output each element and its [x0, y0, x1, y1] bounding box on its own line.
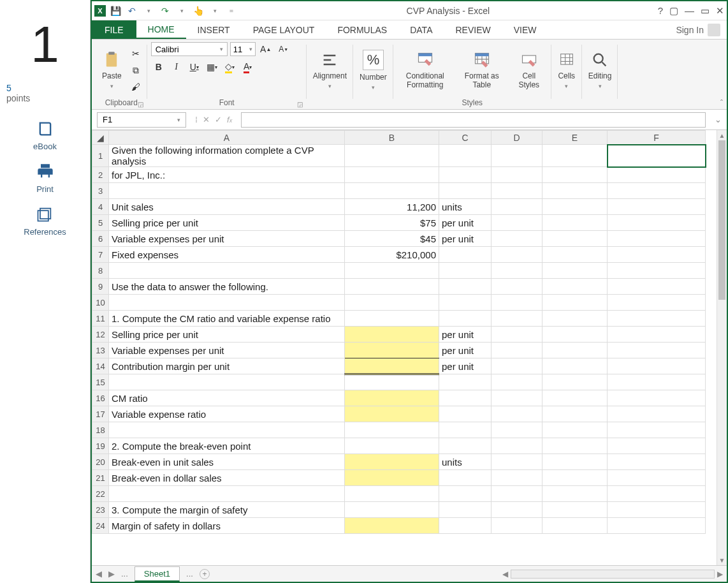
cell[interactable]: [491, 406, 542, 422]
cell[interactable]: [491, 422, 542, 438]
row-header[interactable]: 2: [92, 167, 109, 183]
row-header[interactable]: 5: [92, 215, 109, 231]
cell[interactable]: Contribution margin per unit: [109, 358, 345, 374]
tab-view[interactable]: VIEW: [502, 20, 548, 39]
cell[interactable]: [542, 295, 608, 311]
cells-button[interactable]: Cells ▾: [555, 51, 578, 89]
vertical-scrollbar[interactable]: ▲ ▼: [717, 130, 727, 565]
cell[interactable]: [542, 263, 608, 279]
touch-mode-icon[interactable]: 👆: [191, 4, 205, 18]
cell[interactable]: [491, 145, 542, 167]
scroll-left-icon[interactable]: ◀: [502, 570, 508, 579]
cell[interactable]: [439, 390, 491, 406]
cell[interactable]: [491, 247, 542, 263]
col-header-C[interactable]: C: [439, 131, 491, 145]
cell[interactable]: [345, 406, 439, 422]
undo-icon[interactable]: ↶: [125, 4, 139, 18]
cell[interactable]: Selling price per unit: [109, 215, 345, 231]
cell[interactable]: [439, 279, 491, 295]
cell[interactable]: per unit: [439, 343, 491, 358]
fx-icon[interactable]: fx: [227, 115, 232, 124]
help-icon[interactable]: ?: [658, 5, 663, 16]
cell[interactable]: [542, 145, 608, 167]
name-box[interactable]: F1 ▾: [97, 112, 186, 128]
col-header-D[interactable]: D: [491, 131, 542, 145]
cell[interactable]: [439, 295, 491, 311]
cell[interactable]: $45: [345, 231, 439, 247]
qat-customize-icon[interactable]: ▾: [208, 4, 222, 18]
cell[interactable]: [439, 311, 491, 327]
cell[interactable]: Break-even in dollar sales: [109, 470, 345, 486]
cell[interactable]: [608, 374, 706, 390]
cell[interactable]: 3. Compute the margin of safety: [109, 502, 345, 518]
cell[interactable]: [345, 502, 439, 518]
qat-overflow[interactable]: ＝: [224, 4, 238, 18]
cell[interactable]: per unit: [439, 231, 491, 247]
cell[interactable]: [608, 422, 706, 438]
sheet-overflow[interactable]: ...: [186, 569, 193, 579]
cell[interactable]: [439, 183, 491, 199]
cell[interactable]: [491, 295, 542, 311]
cell[interactable]: [491, 183, 542, 199]
cell[interactable]: [491, 374, 542, 390]
tab-file[interactable]: FILE: [92, 20, 136, 39]
row-header[interactable]: 10: [92, 295, 109, 311]
cell[interactable]: [491, 263, 542, 279]
cell[interactable]: [491, 279, 542, 295]
cell[interactable]: per unit: [439, 215, 491, 231]
row-header[interactable]: 6: [92, 231, 109, 247]
cell[interactable]: [608, 390, 706, 406]
cell[interactable]: per unit: [439, 327, 491, 343]
launcher-icon[interactable]: ◲: [297, 101, 303, 108]
tab-review[interactable]: REVIEW: [444, 20, 502, 39]
cell[interactable]: Break-even in unit sales: [109, 454, 345, 470]
col-header-B[interactable]: B: [345, 131, 439, 145]
cell[interactable]: [608, 502, 706, 518]
cell[interactable]: [439, 247, 491, 263]
minimize-icon[interactable]: —: [685, 5, 694, 16]
redo-more-icon[interactable]: ▾: [175, 4, 189, 18]
row-header[interactable]: 12: [92, 327, 109, 343]
row-header[interactable]: 3: [92, 183, 109, 199]
cell[interactable]: [439, 374, 491, 390]
cell[interactable]: [491, 486, 542, 502]
cell[interactable]: [491, 358, 542, 374]
cell[interactable]: [109, 183, 345, 199]
conditional-formatting-button[interactable]: Conditional Formatting: [397, 51, 453, 89]
cell[interactable]: $75: [345, 215, 439, 231]
cell[interactable]: [608, 486, 706, 502]
cell-styles-button[interactable]: Cell Styles: [511, 51, 548, 89]
cell[interactable]: [345, 486, 439, 502]
cell[interactable]: [608, 343, 706, 358]
cell[interactable]: [608, 247, 706, 263]
cell[interactable]: [345, 438, 439, 454]
cell[interactable]: [491, 518, 542, 534]
cell[interactable]: Selling price per unit: [109, 327, 345, 343]
underline-icon[interactable]: U ▾: [187, 60, 202, 74]
paste-button[interactable]: Paste ▾: [99, 51, 124, 89]
cell[interactable]: [491, 454, 542, 470]
font-color-icon[interactable]: A ▾: [240, 60, 256, 74]
cell[interactable]: [491, 199, 542, 215]
cell[interactable]: [345, 311, 439, 327]
cell[interactable]: CM ratio: [109, 390, 345, 406]
grow-font-icon[interactable]: A▲: [258, 42, 273, 56]
cancel-formula-icon[interactable]: ✕: [203, 115, 210, 124]
cell[interactable]: [608, 358, 706, 374]
cell[interactable]: [345, 343, 439, 358]
ribbon-options-icon[interactable]: ▢: [669, 5, 678, 17]
cell[interactable]: [491, 390, 542, 406]
cell[interactable]: [345, 295, 439, 311]
row-header[interactable]: 22: [92, 486, 109, 502]
cell[interactable]: [345, 422, 439, 438]
tab-data[interactable]: DATA: [398, 20, 444, 39]
cell[interactable]: for JPL, Inc.:: [109, 167, 345, 183]
cell[interactable]: [608, 295, 706, 311]
cell[interactable]: [345, 327, 439, 343]
cell[interactable]: units: [439, 454, 491, 470]
col-header-F[interactable]: F: [608, 131, 706, 145]
tab-formulas[interactable]: FORMULAS: [326, 20, 398, 39]
cell[interactable]: $210,000: [345, 247, 439, 263]
cell[interactable]: [542, 231, 608, 247]
shrink-font-icon[interactable]: A▼: [276, 42, 291, 56]
